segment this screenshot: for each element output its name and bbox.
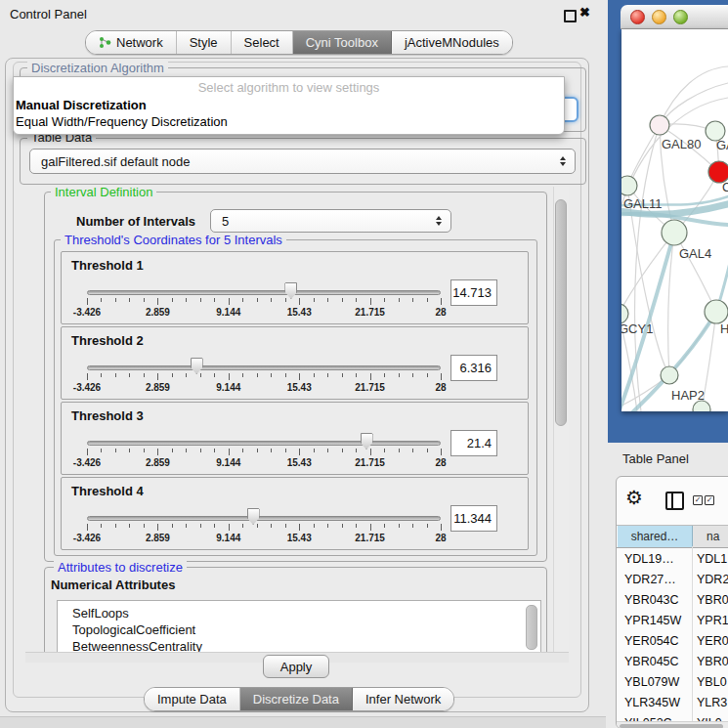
zoom-traffic-light-icon[interactable] [673,10,688,24]
threshold-box: Threshold 3-3.4262.8599.14415.4321.71528… [61,402,529,475]
tick-mark [441,298,442,305]
slider-thumb[interactable] [361,433,373,450]
tick-mark [399,524,400,528]
tick-mark [299,298,300,305]
table-row[interactable]: YER054CYER0 [617,631,728,652]
tick-mark [200,373,201,377]
tab-infer-network[interactable]: Infer Network [353,688,453,710]
tab-select[interactable]: Select [232,31,293,54]
checkbox-icon[interactable]: ✓ [693,495,703,505]
num-intervals-spinner[interactable]: 5 [210,209,451,233]
tick-mark [115,298,116,302]
cell-name: YDL1 [697,549,727,570]
slider-thumb[interactable] [247,508,260,525]
tab-network[interactable]: Network [86,31,177,54]
cell-shared-name: YBR043C [624,590,679,611]
tick-mark [157,373,158,380]
numerical-attributes-list[interactable]: SelfLoopsTopologicalCoefficientBetweenne… [57,600,541,655]
close-icon[interactable]: ✖ [579,5,590,20]
threshold-value-field[interactable]: 21.4 [450,430,497,456]
tick-mark [271,524,272,528]
network-node-label: C [722,180,728,194]
threshold-value-field[interactable]: 14.713 [450,279,497,306]
network-node[interactable] [661,366,678,384]
network-canvas[interactable]: GAL80GACGAL11GAL4GCY1HHAP2 [621,29,728,411]
tick-mark [299,449,300,455]
tick-label: -3.426 [65,533,108,543]
close-traffic-light-icon[interactable] [630,10,645,24]
cell-name: YBR0 [697,590,728,611]
table-data-value: galFiltered.sif default node [41,154,190,169]
tick-mark [370,298,371,305]
table-row[interactable]: YDR27…YDR2 [617,570,728,590]
cell-name: YER0 [697,631,728,652]
column-header-shared-name[interactable]: shared… [618,526,693,547]
tick-mark [172,373,173,377]
tick-label: -3.426 [65,307,108,318]
tick-mark [186,449,187,452]
tick-mark [157,449,158,455]
popup-item-equal-width-frequency[interactable]: Equal Width/Frequency Discretization [14,113,564,130]
tick-mark [214,449,215,452]
minimize-traffic-light-icon[interactable] [652,10,666,24]
network-node[interactable] [621,304,628,323]
threshold-value-field[interactable]: 11.344 [450,505,497,532]
table-row[interactable]: YLR345WYLR3 [617,693,728,713]
column-layout-icon[interactable] [665,492,684,510]
network-icon [99,36,111,49]
tick-mark [370,449,371,455]
tick-mark [327,449,328,452]
thresholds-group-title: Threshold's Coordinates for 5 Intervals [61,234,286,247]
slider-track[interactable] [87,365,441,370]
tick-label: 9.144 [207,533,250,543]
slider-track[interactable] [87,516,441,521]
slider-thumb[interactable] [191,358,203,374]
tick-mark [115,524,116,528]
table-hscrollbar-thumb[interactable] [620,724,723,728]
tab-cyni-toolbox[interactable]: Cyni Toolbox [293,31,392,54]
network-node[interactable] [621,176,637,195]
tab-impute-data[interactable]: Impute Data [145,688,240,710]
network-edge [621,233,674,314]
column-header-name[interactable]: na [693,526,728,547]
tick-label: 15.43 [278,457,321,468]
tick-mark [370,524,371,531]
tick-mark [412,373,413,377]
tab-jactivemnodules[interactable]: jActiveMNodules [392,31,512,54]
network-node[interactable] [662,220,687,245]
tab-discretize-data[interactable]: Discretize Data [240,688,353,710]
tick-mark [144,298,145,302]
tick-mark [285,449,286,452]
cell-shared-name: YBR045C [624,652,679,672]
threshold-box: Threshold 1-3.4262.8599.14415.4321.71528… [61,251,529,324]
tab-style[interactable]: Style [177,31,232,54]
column-divider [671,493,673,508]
slider-track[interactable] [87,290,441,295]
slider-track[interactable] [87,441,441,446]
checkbox-icon[interactable]: ✓ [705,495,714,505]
attribute-list-item[interactable]: TopologicalCoefficient [58,621,532,638]
tick-mark [115,449,116,452]
attribute-list-item[interactable]: SelfLoops [58,605,532,621]
popup-item-manual-discretization[interactable]: Manual Discretization [14,97,564,113]
slider-thumb[interactable] [284,282,297,299]
apply-button[interactable]: Apply [263,655,329,678]
network-window-titlebar[interactable] [621,5,728,29]
table-row[interactable]: YDL19…YDL1 [617,549,728,570]
tick-label: 21.715 [349,533,392,543]
network-node[interactable] [650,115,669,135]
settings-vscrollbar-thumb[interactable] [555,199,567,426]
table-hscrollbar-track[interactable] [617,721,728,728]
gear-icon[interactable]: ⚙ [625,488,643,507]
table-row[interactable]: YPR145WYPR1 [617,611,728,631]
table-row[interactable]: YBR045CYBR0 [617,652,728,672]
network-node[interactable] [705,300,728,323]
table-row[interactable]: YBL079WYBL0 [617,672,728,693]
tick-label: 28 [419,307,462,318]
threshold-value-field[interactable]: 6.316 [450,355,497,381]
table-data-combobox[interactable]: galFiltered.sif default node [29,149,576,174]
table-row[interactable]: YBR043CYBR0 [617,590,728,611]
float-window-icon[interactable] [564,10,577,22]
tick-mark [229,524,230,531]
tick-mark [370,373,371,380]
